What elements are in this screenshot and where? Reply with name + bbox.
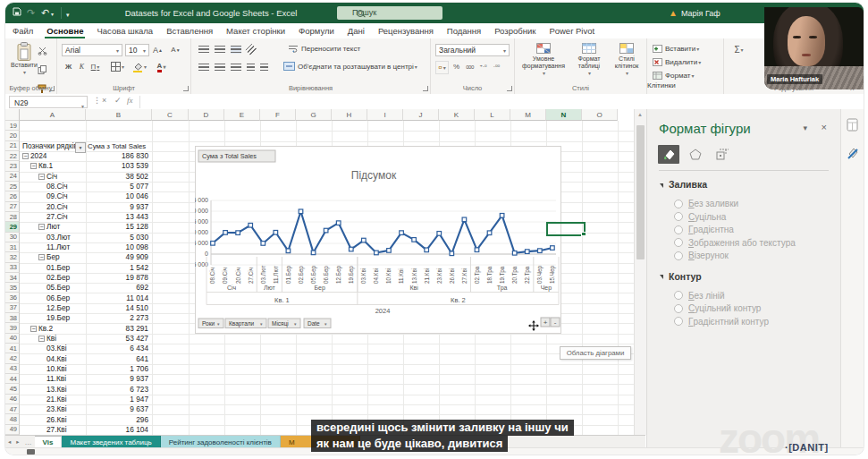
formula-input[interactable] xyxy=(139,96,857,108)
row-header-41[interactable]: 41 xyxy=(5,344,20,353)
decrease-indent-icon[interactable] xyxy=(247,64,255,72)
column-header-K[interactable]: K xyxy=(439,109,475,121)
grid-cell-B28[interactable]: 13 443 xyxy=(86,212,148,222)
accounting-format-button[interactable]: ¤▾ xyxy=(435,61,449,74)
number-dialog-launcher[interactable] xyxy=(507,86,512,91)
grid-cell-A39[interactable]: −Кв.2 xyxy=(30,323,53,333)
cut-button[interactable] xyxy=(38,43,47,59)
data-point-19.Бер[interactable] xyxy=(349,247,353,251)
radio-icon[interactable] xyxy=(674,291,683,300)
grid-cell-A25[interactable]: 08.Січ xyxy=(46,182,68,191)
grid-cell-A45[interactable]: 13.Кві xyxy=(46,384,67,394)
name-box[interactable]: N29▾ xyxy=(9,96,88,108)
row-header-22[interactable]: 22 xyxy=(5,151,20,161)
worksheet-pane-icon[interactable] xyxy=(847,118,858,135)
fill-line-tab[interactable] xyxy=(658,145,679,164)
grid-cell-A48[interactable]: 26.Кві xyxy=(46,414,67,424)
data-point-23.Кві[interactable] xyxy=(437,232,442,236)
grid-cell-A40[interactable]: −Кві xyxy=(38,334,56,344)
grid-cell-B37[interactable]: 14 510 xyxy=(86,303,148,313)
grid-cell-A46[interactable]: 21.Кві xyxy=(46,395,67,404)
column-header-J[interactable]: J xyxy=(403,109,439,121)
autosum-button[interactable]: Σ▾ xyxy=(733,44,745,55)
ribbon-tab-Основне[interactable]: Основне xyxy=(46,26,83,36)
pivot-filter-icon[interactable]: ▼ xyxy=(75,142,86,153)
delete-cells-button[interactable]: Видалити▾ xyxy=(653,55,723,69)
grid-cell-B35[interactable]: 692 xyxy=(86,283,148,293)
row-header-49[interactable]: 49 xyxy=(5,425,20,435)
column-header-C[interactable]: C xyxy=(152,109,189,121)
data-point-03.Лют[interactable] xyxy=(261,242,265,246)
ribbon-tab-Макет сторінки[interactable]: Макет сторінки xyxy=(226,26,285,36)
collapse-icon[interactable]: − xyxy=(30,326,37,332)
quick-access-customize-icon[interactable]: ▾ xyxy=(66,8,70,21)
font-color-button[interactable]: А▾ xyxy=(156,61,167,72)
save-icon[interactable] xyxy=(13,6,21,20)
shrink-font-button[interactable]: А▼ xyxy=(170,44,181,55)
grid-cell-A32[interactable]: −Бер xyxy=(38,252,60,262)
grow-font-button[interactable]: А▲ xyxy=(152,44,164,55)
grid-cell-B43[interactable]: 1 706 xyxy=(86,364,148,374)
grid-cell-A33[interactable]: 01.Бер xyxy=(46,263,70,273)
row-header-44[interactable]: 44 xyxy=(5,374,20,384)
data-point-15.Чер[interactable] xyxy=(551,246,555,251)
grid-cell-A37[interactable]: 12.Бер xyxy=(46,303,70,313)
data-point-22.Тра[interactable] xyxy=(525,250,529,254)
row-header-32[interactable]: 32 xyxy=(5,252,20,262)
grid-cell-B27[interactable]: 9 937 xyxy=(86,202,148,212)
column-header-O[interactable]: O xyxy=(582,109,618,121)
row-header-24[interactable]: 24 xyxy=(5,172,20,182)
align-right-icon[interactable] xyxy=(231,64,241,72)
grid-cell-A27[interactable]: 20.Січ xyxy=(46,202,68,212)
grid-cell-A38[interactable]: 19.Бер xyxy=(46,313,70,323)
next-sheet-icon[interactable]: ▸ xyxy=(16,438,19,446)
grid-cell-B23[interactable]: 103 539 xyxy=(86,161,148,171)
radio-option[interactable]: Візерунок xyxy=(674,251,729,260)
collapse-icon[interactable]: − xyxy=(38,224,45,230)
grid-cell-B39[interactable]: 83 291 xyxy=(86,323,148,333)
orientation-icon[interactable] xyxy=(245,44,257,55)
radio-option[interactable]: Градієнтна xyxy=(674,225,734,234)
comma-style-button[interactable]: 000 xyxy=(464,61,476,72)
increase-indent-icon[interactable] xyxy=(260,64,268,72)
row-header-23[interactable]: 23 xyxy=(5,161,20,171)
section-header-0[interactable]: Заливка xyxy=(660,179,707,190)
webcam-video[interactable]: Maria Hafturiak xyxy=(764,7,864,89)
radio-option[interactable]: Градієнтний контур xyxy=(674,317,769,327)
column-header-M[interactable]: M xyxy=(510,109,546,121)
row-header-47[interactable]: 47 xyxy=(5,404,20,414)
row-header-33[interactable]: 33 xyxy=(5,263,20,273)
data-point-04.Кві[interactable] xyxy=(375,251,379,255)
radio-option[interactable]: Без заливки xyxy=(674,199,738,208)
scrollbar-thumb[interactable] xyxy=(636,125,645,259)
accessibility-status-icon[interactable] xyxy=(27,449,35,455)
row-header-31[interactable]: 31 xyxy=(5,242,20,252)
data-point-19.Тра[interactable] xyxy=(500,214,504,218)
conditional-formatting-button[interactable]: Умовне форматування▾ xyxy=(520,43,567,77)
grid-cell-B31[interactable]: 10 098 xyxy=(86,242,148,252)
data-point-27.Січ[interactable] xyxy=(249,223,253,227)
undo-icon[interactable]: ↶ ▾ xyxy=(41,6,54,21)
number-format-select[interactable]: Загальний▾ xyxy=(435,44,510,56)
data-point-11.Лют[interactable] xyxy=(274,230,278,234)
data-point-01.Бер[interactable] xyxy=(286,249,291,253)
row-header-48[interactable]: 48 xyxy=(5,414,20,424)
redo-icon[interactable]: ↷ xyxy=(27,6,35,20)
axis-field-button-Квартали[interactable]: Квартали▾ xyxy=(225,319,266,328)
ribbon-tab-Часова шкала[interactable]: Часова шкала xyxy=(97,26,153,36)
grid-cell-B29[interactable]: 15 128 xyxy=(86,222,148,232)
font-dialog-launcher[interactable] xyxy=(183,86,189,91)
axis-field-button-Місяці[interactable]: Місяці▾ xyxy=(268,319,300,328)
data-point-05.Бер[interactable] xyxy=(311,251,316,255)
collapse-icon[interactable]: − xyxy=(38,336,45,342)
collapse-icon[interactable]: − xyxy=(22,153,29,159)
data-point-20.Січ[interactable] xyxy=(236,231,240,235)
radio-icon[interactable] xyxy=(674,238,683,247)
ribbon-tab-Подання[interactable]: Подання xyxy=(447,26,481,36)
data-point-27.Кві[interactable] xyxy=(462,217,467,222)
format-as-table-button[interactable]: Формат таблиці▾ xyxy=(570,43,608,77)
effects-tab[interactable] xyxy=(685,145,706,164)
collapse-icon[interactable]: − xyxy=(30,163,37,169)
row-header-26[interactable]: 26 xyxy=(5,191,20,201)
grid-cell-A36[interactable]: 06.Бер xyxy=(46,293,70,302)
